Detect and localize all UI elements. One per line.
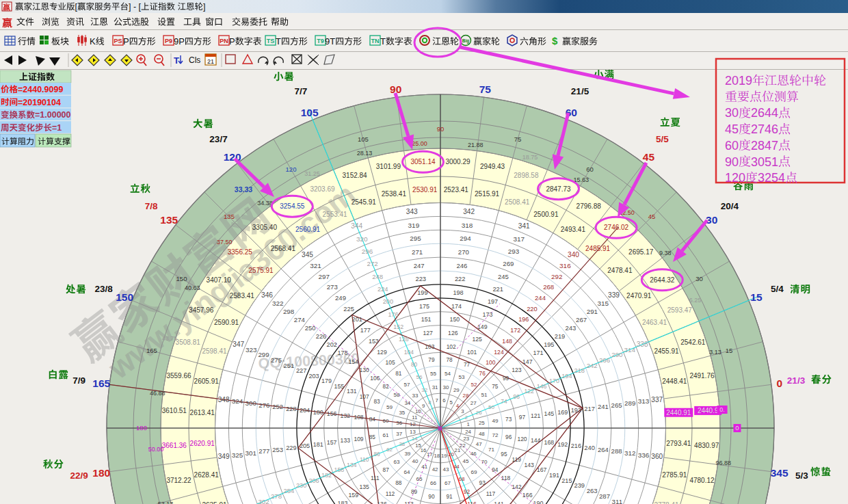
svg-text:178: 178 — [338, 349, 348, 356]
svg-text:128: 128 — [399, 336, 409, 343]
svg-text:152: 152 — [393, 323, 403, 330]
svg-text:275: 275 — [271, 356, 282, 364]
svg-text:174: 174 — [451, 303, 462, 310]
svg-text:50: 50 — [488, 404, 495, 410]
svg-text:31: 31 — [432, 384, 438, 390]
svg-text:43.75: 43.75 — [162, 335, 178, 342]
svg-text:360: 360 — [651, 453, 663, 460]
svg-text:3000.29: 3000.29 — [445, 158, 471, 165]
svg-text:33: 33 — [412, 393, 419, 399]
svg-text:99: 99 — [503, 375, 509, 382]
svg-text:73: 73 — [505, 416, 512, 423]
svg-text:118: 118 — [501, 475, 511, 481]
svg-text:120: 120 — [725, 171, 745, 185]
svg-text:220: 220 — [527, 306, 538, 313]
svg-text:341: 341 — [518, 222, 530, 230]
svg-text:180: 180 — [92, 467, 110, 479]
svg-text:61: 61 — [382, 432, 389, 438]
svg-text:223: 223 — [416, 276, 427, 282]
svg-text:313: 313 — [638, 397, 650, 405]
svg-text:180: 180 — [313, 409, 323, 416]
svg-text:203: 203 — [308, 373, 319, 380]
svg-text:3610.51: 3610.51 — [162, 407, 187, 414]
svg-text:83: 83 — [373, 399, 380, 405]
svg-text:Cls: Cls — [189, 55, 200, 65]
svg-text:122: 122 — [525, 388, 535, 395]
svg-text:2644: 2644 — [751, 106, 778, 120]
svg-text:243: 243 — [565, 324, 576, 332]
svg-text:40: 40 — [412, 458, 419, 464]
svg-text:135: 135 — [224, 213, 235, 220]
svg-text:345: 345 — [724, 502, 734, 504]
svg-text:183: 183 — [338, 500, 348, 504]
svg-text:266: 266 — [599, 356, 610, 364]
svg-text:81: 81 — [395, 371, 402, 377]
svg-text:20/4: 20/4 — [721, 201, 739, 211]
svg-text:2746.02: 2746.02 — [604, 224, 629, 231]
svg-text:69: 69 — [471, 469, 478, 475]
svg-text:291: 291 — [587, 308, 598, 315]
svg-text:103: 103 — [425, 343, 434, 350]
svg-text:300: 300 — [246, 399, 257, 407]
svg-text:150: 150 — [176, 275, 187, 282]
svg-text:2560.91: 2560.91 — [295, 226, 321, 233]
svg-text:2635.91: 2635.91 — [202, 501, 227, 504]
svg-text:34: 34 — [404, 400, 410, 406]
svg-text:148: 148 — [502, 338, 512, 345]
svg-text:2583.41: 2583.41 — [230, 292, 255, 300]
svg-text:253: 253 — [272, 446, 283, 453]
svg-text:136: 136 — [377, 501, 387, 504]
svg-text:4780.12: 4780.12 — [689, 477, 715, 484]
svg-text:67: 67 — [445, 480, 451, 486]
svg-text:132: 132 — [341, 412, 351, 419]
svg-text:349: 349 — [218, 453, 230, 460]
svg-text:219: 219 — [555, 333, 566, 340]
svg-text:297: 297 — [319, 273, 330, 280]
svg-text:176: 176 — [388, 311, 399, 318]
svg-text:290: 290 — [611, 351, 623, 358]
svg-text:=1.00000: =1.00000 — [35, 110, 71, 120]
svg-text:124: 124 — [494, 349, 504, 356]
svg-text:295: 295 — [410, 235, 421, 242]
svg-text:P9: P9 — [165, 38, 172, 44]
svg-text:47: 47 — [476, 441, 482, 447]
svg-text:2491.76: 2491.76 — [689, 372, 715, 380]
svg-text:86: 86 — [373, 451, 380, 457]
svg-text:193: 193 — [571, 407, 581, 414]
svg-text:T: T — [174, 55, 179, 66]
svg-text:292: 292 — [551, 273, 562, 280]
svg-text:23/8: 23/8 — [94, 284, 113, 294]
svg-text:96.88: 96.88 — [716, 460, 732, 466]
svg-text:191: 191 — [549, 472, 559, 479]
svg-text:269: 269 — [503, 260, 514, 267]
svg-text:29: 29 — [453, 387, 460, 393]
svg-text:113: 113 — [404, 501, 414, 504]
svg-text:16: 16 — [421, 447, 427, 453]
svg-text:58: 58 — [393, 392, 400, 398]
svg-text:2746: 2746 — [751, 122, 778, 136]
svg-text:21.88: 21.88 — [468, 142, 483, 148]
svg-text:25: 25 — [479, 420, 485, 426]
svg-text:48: 48 — [479, 431, 485, 437]
svg-text:75: 75 — [479, 83, 492, 95]
svg-text:249: 249 — [335, 294, 346, 302]
svg-text:46: 46 — [471, 451, 477, 457]
svg-text:68: 68 — [458, 476, 465, 482]
svg-text:337: 337 — [651, 396, 663, 403]
svg-text:316: 316 — [559, 262, 571, 269]
svg-text:3254.55: 3254.55 — [280, 202, 305, 210]
svg-text:3457.96: 3457.96 — [189, 306, 214, 314]
svg-text:3203.69: 3203.69 — [310, 185, 335, 193]
svg-text:2463.41: 2463.41 — [642, 319, 667, 326]
svg-text:10: 10 — [415, 408, 421, 414]
svg-text:3508.81: 3508.81 — [176, 339, 201, 346]
svg-text:167: 167 — [537, 466, 547, 473]
svg-text:P: P — [229, 36, 235, 47]
svg-text:90: 90 — [428, 494, 435, 500]
svg-text:45: 45 — [725, 122, 739, 136]
svg-text:93: 93 — [479, 480, 486, 486]
svg-text:T: T — [276, 36, 281, 47]
svg-text:2590.91: 2590.91 — [214, 319, 239, 326]
svg-text:13: 13 — [410, 429, 416, 435]
svg-text:117: 117 — [486, 490, 496, 497]
